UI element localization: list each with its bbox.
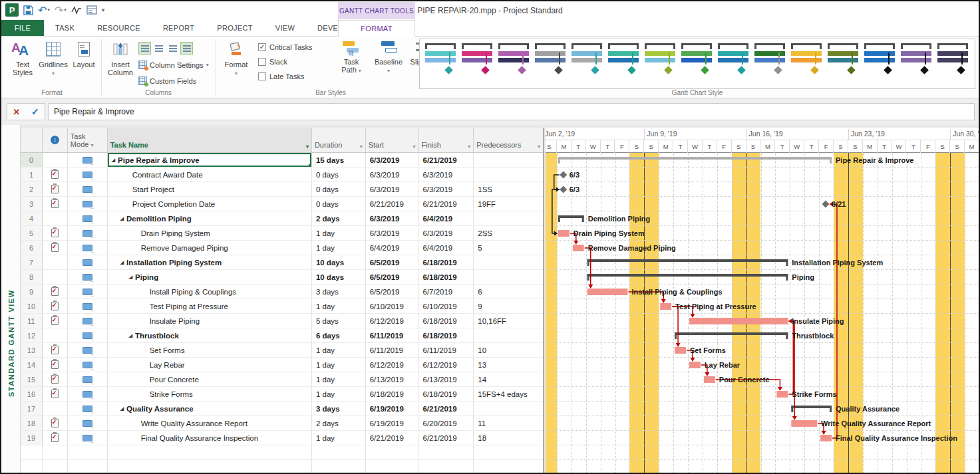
start-cell[interactable]: 6/3/2019 bbox=[366, 168, 419, 181]
collapse-triangle-icon[interactable]: ◢ bbox=[112, 158, 115, 163]
finish-cell[interactable]: 6/3/2019 bbox=[418, 168, 474, 181]
tab-project[interactable]: PROJECT bbox=[206, 20, 263, 36]
start-cell[interactable]: 6/11/2019 bbox=[366, 343, 419, 357]
finish-cell[interactable]: 6/10/2019 bbox=[419, 299, 474, 313]
finish-cell[interactable]: 6/18/2019 bbox=[419, 387, 474, 401]
task-name-cell[interactable]: Insulate Piping bbox=[108, 314, 312, 328]
align-right-button[interactable] bbox=[166, 42, 179, 55]
task-mode-cell[interactable] bbox=[68, 285, 108, 298]
tab-task[interactable]: TASK bbox=[44, 20, 86, 36]
tab-format[interactable]: FORMAT bbox=[338, 20, 415, 37]
gantt-style-swatch-5[interactable] bbox=[572, 43, 602, 84]
empty-cell[interactable] bbox=[418, 445, 474, 459]
gantt-style-swatch-4[interactable] bbox=[535, 43, 566, 84]
accept-entry-icon[interactable]: ✓ bbox=[31, 106, 39, 117]
task-mode-cell[interactable] bbox=[68, 402, 108, 415]
start-cell[interactable]: 6/5/2019 bbox=[366, 270, 419, 284]
duration-cell[interactable]: 1 day bbox=[312, 226, 366, 240]
predecessors-cell[interactable] bbox=[474, 168, 543, 181]
predecessors-cell[interactable]: 9 bbox=[474, 299, 543, 313]
indicator-cell[interactable] bbox=[43, 153, 68, 167]
gantt-style-swatch-12[interactable] bbox=[828, 43, 858, 84]
task-name-cell[interactable]: Remove Damaged Piping bbox=[108, 241, 312, 255]
task-name-cell[interactable]: ◢Piping bbox=[108, 270, 312, 284]
row-id-cell[interactable]: 2 bbox=[21, 182, 43, 196]
task-mode-cell[interactable] bbox=[68, 153, 108, 167]
empty-cell[interactable] bbox=[312, 445, 366, 459]
indicator-cell[interactable] bbox=[43, 182, 68, 196]
predecessors-cell[interactable]: 10,16FF bbox=[474, 314, 543, 328]
predecessors-cell[interactable]: 6 bbox=[474, 285, 543, 298]
empty-cell[interactable] bbox=[68, 460, 108, 473]
predecessors-cell[interactable]: 11 bbox=[474, 416, 543, 430]
column-settings-button[interactable]: Column Settings▾ bbox=[138, 60, 209, 69]
start-cell[interactable]: 6/10/2019 bbox=[366, 299, 419, 313]
start-cell[interactable]: 6/21/2019 bbox=[366, 197, 419, 211]
task-name-cell[interactable]: Start Project bbox=[108, 182, 312, 196]
task-name-cell[interactable]: ◢Thrustblock bbox=[108, 328, 312, 342]
finish-cell[interactable]: 6/21/2019 bbox=[418, 431, 474, 445]
start-cell[interactable]: 6/3/2019 bbox=[366, 226, 419, 240]
indicator-cell[interactable] bbox=[43, 285, 68, 298]
task-mode-cell[interactable] bbox=[68, 299, 108, 313]
format-bar-button[interactable]: Format▾ bbox=[221, 41, 251, 88]
predecessors-cell[interactable] bbox=[474, 402, 543, 415]
empty-cell[interactable] bbox=[43, 445, 68, 459]
indicator-cell[interactable] bbox=[43, 358, 68, 372]
indicator-cell[interactable] bbox=[43, 314, 68, 328]
gantt-style-swatch-13[interactable] bbox=[864, 43, 895, 84]
finish-cell[interactable]: 6/18/2019 bbox=[418, 255, 474, 269]
indicator-cell[interactable] bbox=[43, 211, 68, 225]
gantt-style-swatch-9[interactable] bbox=[718, 43, 748, 84]
tab-file[interactable]: FILE bbox=[1, 20, 44, 36]
checkbox-late-tasks[interactable]: Late Tasks bbox=[258, 72, 304, 80]
task-name-cell[interactable]: Install Piping & Couplings bbox=[108, 285, 312, 298]
task-mode-cell[interactable] bbox=[68, 343, 108, 357]
gantt-style-swatch-7[interactable] bbox=[645, 43, 675, 84]
task-mode-cell[interactable] bbox=[68, 211, 108, 225]
gridlines-button[interactable]: Gridlines▾ bbox=[37, 41, 69, 88]
duration-cell[interactable]: 0 days bbox=[312, 168, 366, 181]
empty-cell[interactable] bbox=[312, 460, 366, 473]
task-path-button[interactable]: ⛓ Task Path ▾ bbox=[335, 41, 367, 88]
duration-cell[interactable]: 3 days bbox=[312, 285, 366, 298]
checkbox-critical-tasks[interactable]: ✓Critical Tasks bbox=[258, 43, 313, 51]
predecessors-cell[interactable]: 2SS bbox=[474, 226, 543, 240]
task-name-cell[interactable]: Project Completion Date bbox=[108, 197, 312, 211]
empty-cell[interactable] bbox=[21, 460, 43, 473]
duration-cell[interactable]: 15 days bbox=[312, 153, 366, 167]
start-cell[interactable]: 6/12/2019 bbox=[366, 358, 419, 372]
gantt-timescale[interactable]: Jun 2, '19Jun 9, '19Jun 16, '19Jun 23, '… bbox=[546, 128, 979, 153]
predecessors-cell[interactable] bbox=[474, 270, 543, 284]
duration-cell[interactable]: 10 days bbox=[312, 255, 366, 269]
indicators-column-header[interactable]: i bbox=[43, 128, 68, 152]
finish-column-header[interactable]: Finish▾ bbox=[418, 128, 474, 152]
row-id-cell[interactable]: 8 bbox=[21, 270, 43, 284]
checkbox-slack[interactable]: Slack bbox=[258, 58, 287, 66]
finish-cell[interactable]: 6/3/2019 bbox=[418, 226, 474, 240]
gantt-style-swatch-11[interactable] bbox=[791, 43, 822, 84]
duration-cell[interactable]: 2 days bbox=[312, 416, 366, 430]
duration-cell[interactable]: 2 days bbox=[312, 211, 366, 225]
empty-cell[interactable] bbox=[108, 445, 312, 459]
start-cell[interactable]: 6/5/2019 bbox=[366, 255, 419, 269]
finish-cell[interactable]: 6/21/2019 bbox=[418, 153, 474, 167]
duration-cell[interactable]: 1 day bbox=[312, 241, 366, 255]
task-name-column-header[interactable]: Task Name▾ bbox=[108, 128, 312, 152]
layout-button[interactable]: Layout bbox=[68, 41, 100, 88]
duration-cell[interactable]: 10 days bbox=[312, 270, 366, 284]
gantt-style-swatch-10[interactable] bbox=[754, 43, 785, 84]
indicator-cell[interactable] bbox=[43, 431, 68, 445]
predecessors-cell[interactable] bbox=[474, 328, 543, 342]
task-mode-cell[interactable] bbox=[68, 328, 108, 342]
insert-column-button[interactable]: Insert Column bbox=[105, 41, 136, 88]
task-name-cell[interactable]: Set Forms bbox=[108, 343, 312, 357]
task-mode-cell[interactable] bbox=[68, 226, 108, 240]
selection-fill-handle[interactable] bbox=[309, 164, 312, 167]
predecessors-cell[interactable] bbox=[474, 255, 543, 269]
indicator-cell[interactable] bbox=[43, 168, 68, 181]
task-name-cell[interactable]: Strike Forms bbox=[108, 387, 312, 401]
text-styles-button[interactable]: A A Text Styles bbox=[7, 41, 39, 88]
start-cell[interactable]: 6/3/2019 bbox=[366, 153, 419, 167]
row-id-cell[interactable]: 17 bbox=[21, 402, 43, 415]
